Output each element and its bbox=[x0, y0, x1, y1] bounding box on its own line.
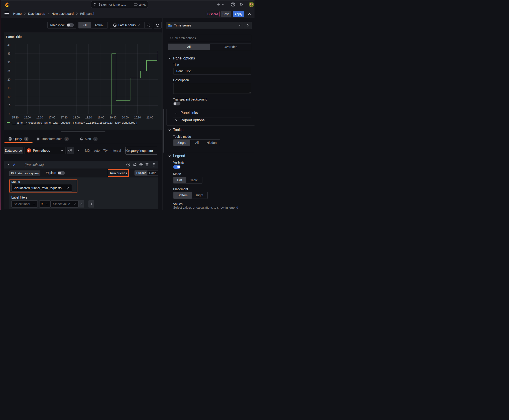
svg-text:20:30: 20:30 bbox=[134, 116, 141, 119]
svg-text:17:30: 17:30 bbox=[61, 116, 68, 119]
svg-text:16:00: 16:00 bbox=[24, 116, 31, 119]
svg-text:40: 40 bbox=[8, 44, 11, 47]
svg-text:19:00: 19:00 bbox=[97, 116, 104, 119]
svg-text:18:00: 18:00 bbox=[73, 116, 80, 119]
svg-text:18:30: 18:30 bbox=[85, 116, 92, 119]
svg-text:16:30: 16:30 bbox=[36, 116, 43, 119]
svg-text:{__name__="cloudflared_tunnel_: {__name__="cloudflared_tunnel_total_requ… bbox=[12, 121, 137, 124]
svg-text:30: 30 bbox=[8, 61, 11, 64]
svg-text:35: 35 bbox=[8, 52, 11, 55]
svg-text:0: 0 bbox=[9, 113, 11, 116]
svg-text:5: 5 bbox=[9, 104, 11, 107]
svg-text:15: 15 bbox=[8, 87, 11, 90]
svg-text:19:30: 19:30 bbox=[110, 116, 116, 119]
svg-text:20:00: 20:00 bbox=[122, 116, 129, 119]
svg-text:10: 10 bbox=[8, 95, 11, 98]
svg-text:15:30: 15:30 bbox=[12, 116, 19, 119]
svg-text:20: 20 bbox=[8, 78, 11, 81]
svg-text:17:00: 17:00 bbox=[48, 116, 55, 119]
svg-text:25: 25 bbox=[8, 69, 11, 73]
svg-text:21:00: 21:00 bbox=[146, 116, 153, 119]
